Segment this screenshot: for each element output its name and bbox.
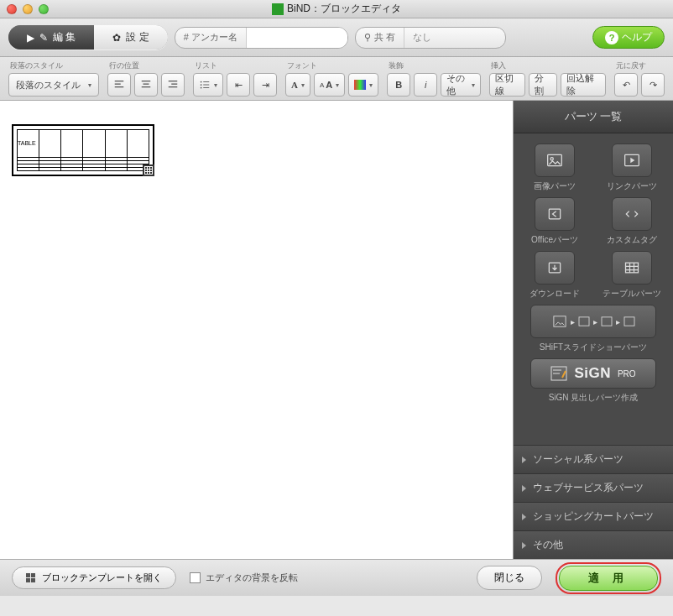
gear-icon: ✿ [112,32,121,44]
window-title-text: BiND：ブロックエディタ [287,2,401,16]
titlebar: BiND：ブロックエディタ [0,0,673,18]
anchor-input[interactable] [247,28,347,48]
italic-button[interactable]: i [414,73,437,97]
align-center-button[interactable] [134,73,158,97]
arrow-icon: ▸ [616,317,620,326]
accordion-social[interactable]: ソーシャル系パーツ [514,445,673,473]
font-group: フォント A▾ AA▾ ▾ [285,60,378,95]
help-label: ヘルプ [622,30,652,44]
sign-part-button[interactable]: SiGN PRO [530,358,656,389]
svg-rect-12 [624,317,634,326]
list-label: リスト [193,60,277,71]
share-value: なし [404,31,505,44]
chevron-down-icon: ▾ [88,81,91,89]
invert-bg-checkbox[interactable]: エディタの背景を反転 [190,572,298,584]
anchor-field: # アンカー名 [175,27,348,49]
redo-button[interactable]: ↷ [641,73,665,97]
table-part-button[interactable] [612,251,652,285]
chevron-down-icon: ▾ [472,81,475,89]
minimize-window-button[interactable] [23,4,33,14]
apply-button[interactable]: 適 用 [559,566,658,591]
grid-icon [26,573,35,582]
unwrap-button[interactable]: 回込解除 [561,73,606,97]
separator-button[interactable]: 区切線 [489,73,526,97]
shift-slideshow-item: ▸ ▸ ▸ SHiFTスライドショーパーツ [520,305,666,353]
sign-brand: SiGN [574,365,611,382]
svg-rect-10 [579,317,589,326]
mode-segment: ▶ ✎ 編 集 ✿ 設 定 [8,25,168,50]
align-right-button[interactable] [161,73,185,97]
svg-rect-11 [602,317,612,326]
settings-tab-label: 設 定 [126,30,149,44]
svg-rect-8 [626,263,639,273]
open-template-button[interactable]: ブロックテンプレートを開く [12,566,176,589]
pencil-icon: ✎ [39,32,48,44]
list-button[interactable]: ▾ [193,73,223,97]
image-part-label: 画像パーツ [534,180,576,192]
download-part-label: ダウンロード [530,288,580,300]
link-part-button[interactable] [612,144,652,177]
download-part-item: ダウンロード [520,251,589,300]
paragraph-style-dropdown[interactable]: 段落のスタイル ▾ [8,73,99,97]
paragraph-style-value: 段落のスタイル [16,79,81,91]
link-part-label: リンクパーツ [607,180,657,192]
share-field[interactable]: ⚲ 共 有 なし [355,27,506,49]
outdent-button[interactable]: ⇤ [227,73,250,97]
font-color-button[interactable]: ▾ [348,73,378,97]
decoration-label: 装飾 [387,60,480,71]
link-part-item: リンクパーツ [597,144,666,192]
editor-canvas[interactable]: TABLE [0,101,514,559]
edit-tab[interactable]: ▶ ✎ 編 集 [8,25,94,50]
indent-button[interactable]: ⇥ [253,73,277,97]
chevron-right-icon [522,457,526,463]
help-button[interactable]: ? ヘルプ [592,26,665,49]
accordion-social-label: ソーシャル系パーツ [533,452,623,467]
svg-point-4 [550,158,553,160]
table-part-item: テーブルパーツ [597,251,666,300]
align-left-button[interactable] [107,73,131,97]
edit-tab-label: 編 集 [53,30,76,44]
checkbox-icon [190,572,201,583]
close-window-button[interactable] [7,4,17,14]
chevron-down-icon: ▾ [369,81,373,89]
decoration-group: 装飾 B i その他▾ [387,60,480,95]
chevron-right-icon [522,514,526,520]
share-label: ⚲ 共 有 [356,28,404,48]
zoom-window-button[interactable] [39,4,49,14]
bold-button[interactable]: B [387,73,410,97]
open-template-label: ブロックテンプレートを開く [42,572,162,584]
split-button[interactable]: 分割 [529,73,557,97]
svg-rect-6 [549,209,560,219]
office-part-button[interactable] [535,197,575,231]
close-button[interactable]: 閉じる [477,566,542,590]
accordion-cart[interactable]: ショッピングカートパーツ [514,502,673,530]
arrow-icon: ▸ [571,317,575,326]
shift-slideshow-button[interactable]: ▸ ▸ ▸ [530,305,656,338]
download-part-button[interactable] [535,251,575,285]
accordion-other[interactable]: その他 [514,530,673,559]
undo-button[interactable]: ↶ [614,73,638,97]
sign-part-item: SiGN PRO SiGN 見出しパーツ作成 [520,358,666,404]
selected-table-block[interactable]: TABLE [12,124,154,176]
custom-tag-item: カスタムタグ [597,197,666,246]
font-size-button[interactable]: AA▾ [314,73,345,97]
accordion-cart-label: ショッピングカートパーツ [533,509,654,524]
settings-tab[interactable]: ✿ 設 定 [94,25,167,50]
list-group: リスト ▾ ⇤ ⇥ [193,60,277,95]
decoration-other-button[interactable]: その他▾ [441,73,480,97]
image-part-button[interactable] [535,144,575,177]
format-toolbar: 段落のスタイル 段落のスタイル ▾ 行の位置 リスト ▾ ⇤ ⇥ フォント A▾… [0,57,673,101]
font-family-button[interactable]: A▾ [285,73,310,97]
table-preview: TABLE [17,129,149,171]
parts-grid: 画像パーツ リンクパーツ Officeパーツ カスタムタグ ダウンロード テーブ [514,133,673,414]
chevron-down-icon: ▾ [301,81,305,89]
accordion-web[interactable]: ウェブサービス系パーツ [514,473,673,502]
accordion-other-label: その他 [533,538,563,552]
parts-sidebar: パーツ 一覧 画像パーツ リンクパーツ Officeパーツ カスタムタグ ダウン… [514,101,673,559]
resize-grip-icon[interactable] [143,164,154,176]
play-icon: ▶ [27,32,34,44]
chevron-right-icon [522,542,526,549]
app-icon [272,3,284,15]
custom-tag-button[interactable] [612,197,652,231]
anchor-label: # アンカー名 [175,28,247,48]
